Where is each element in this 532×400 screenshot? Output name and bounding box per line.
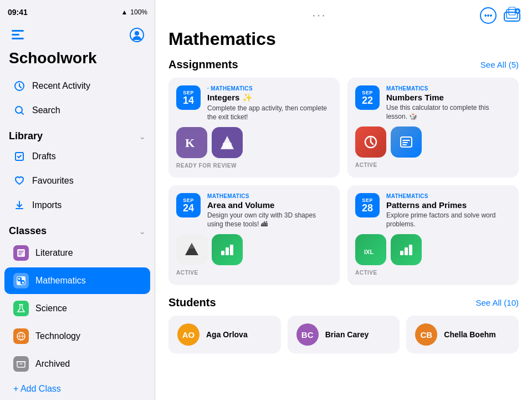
assignments-see-all-button[interactable]: See All (5) (480, 60, 519, 69)
library-chevron-icon[interactable]: ⌄ (139, 132, 146, 141)
search-label: Search (32, 105, 60, 115)
student-card-brian-carey[interactable]: BC Brian Carey (288, 316, 400, 353)
assignment-day: 14 (183, 95, 194, 105)
assignment-title: Numbers Time (386, 93, 511, 102)
library-label: Library (9, 130, 43, 142)
assignment-status: ACTIVE (355, 162, 511, 168)
assignment-title: Area and Volume (207, 200, 332, 210)
imports-icon (13, 199, 25, 211)
mathematics-class-icon (13, 273, 29, 288)
archived-class-icon (13, 356, 29, 372)
assignment-info: MATHEMATICS Patterns and Primes Explore … (386, 193, 511, 229)
svg-rect-25 (221, 251, 224, 255)
status-bar: 09:41 ▲ 100% (0, 0, 155, 20)
sidebar-item-mathematics[interactable]: Mathematics (4, 267, 150, 294)
students-section-header: Students See All (10) (155, 296, 532, 316)
imports-label: Imports (32, 200, 62, 210)
add-class-label: + Add Class (13, 384, 61, 394)
app-icon-2 (391, 234, 422, 265)
sidebar-toggle-button[interactable] (9, 26, 27, 44)
students-grid: AO Aga Orlova BC Brian Carey CB Chella B… (168, 316, 519, 353)
student-name: Chella Boehm (444, 330, 495, 339)
assignment-card-integers[interactable]: SEP 14 · MATHEMATICS Integers ✨ Complete… (168, 78, 340, 178)
student-name: Brian Carey (325, 330, 369, 339)
assignment-card-patterns-primes[interactable]: SEP 28 MATHEMATICS Patterns and Primes E… (347, 185, 519, 285)
students-label: Students (168, 296, 216, 309)
drafts-icon (13, 150, 25, 163)
wifi-icon: ▲ (121, 8, 127, 16)
avatar-initials: BC (301, 330, 314, 340)
assignment-card-area-volume[interactable]: SEP 24 MATHEMATICS Area and Volume Desig… (168, 185, 340, 285)
search-icon (13, 104, 25, 117)
mathematics-label: Mathematics (35, 276, 86, 286)
students-see-all-button[interactable]: See All (10) (475, 298, 519, 307)
assignment-desc: Use this calculator to complete this les… (386, 104, 511, 121)
assignment-status: READY FOR REVIEW (176, 163, 332, 169)
sidebar-item-search[interactable]: Search (4, 99, 150, 122)
svg-rect-30 (405, 247, 408, 255)
recent-activity-icon (13, 80, 25, 92)
favourites-icon (13, 175, 25, 187)
technology-class-icon (13, 328, 29, 344)
app-icon-2 (391, 126, 422, 158)
student-name: Aga Orlova (206, 330, 248, 339)
sidebar-item-archived[interactable]: Archived (4, 351, 150, 377)
sidebar-item-science[interactable]: Science (4, 295, 150, 322)
sidebar-item-recent-activity[interactable]: Recent Activity (4, 74, 150, 98)
main-content: ● ● ● ••• Mathematics Assignments See Al… (155, 0, 532, 400)
svg-text:K: K (185, 136, 195, 150)
avatar-initials: CB (420, 330, 432, 340)
svg-rect-0 (12, 30, 24, 32)
sidebar: 09:41 ▲ 100% Schoolwork (0, 0, 155, 400)
date-badge: SEP 14 (176, 85, 201, 110)
date-badge: SEP 24 (176, 193, 201, 217)
avatar: CB (415, 323, 437, 346)
add-class-button[interactable]: + Add Class (4, 378, 150, 399)
assignment-subject: MATHEMATICS (386, 85, 511, 92)
main-top-bar: ● ● ● ••• (155, 0, 532, 24)
sidebar-item-imports[interactable]: Imports (4, 194, 150, 217)
classes-chevron-icon[interactable]: ⌄ (139, 227, 146, 236)
student-card-aga-orlova[interactable]: AO Aga Orlova (168, 316, 281, 353)
student-card-chella-boehm[interactable]: CB Chella Boehm (406, 316, 519, 353)
assignment-day: 22 (362, 95, 373, 105)
app-icon-2 (212, 234, 243, 265)
assignment-subject: MATHEMATICS (386, 193, 511, 199)
more-options-button[interactable]: ••• (480, 7, 497, 24)
app-icon-2 (212, 127, 243, 158)
assignment-info: MATHEMATICS Area and Volume Design your … (207, 193, 332, 229)
top-right-icons: ••• (480, 7, 521, 24)
date-badge: SEP 28 (355, 193, 380, 217)
assignment-info: MATHEMATICS Numbers Time Use this calcul… (386, 85, 511, 121)
assignment-subject: · MATHEMATICS (207, 85, 332, 92)
assignment-status: ACTIVE (355, 270, 511, 276)
recent-activity-label: Recent Activity (32, 81, 90, 91)
app-icon-1 (176, 234, 207, 265)
sidebar-item-literature[interactable]: Literature (4, 240, 150, 266)
assignment-card-numbers-time[interactable]: SEP 22 MATHEMATICS Numbers Time Use this… (347, 78, 519, 178)
app-icon-1: K (176, 127, 207, 158)
card-top: SEP 14 · MATHEMATICS Integers ✨ Complete… (176, 85, 332, 121)
archived-label: Archived (35, 359, 70, 369)
battery-icon: 100% (130, 8, 147, 16)
assignment-title: Patterns and Primes (386, 200, 511, 210)
app-icon-1 (355, 126, 386, 158)
assignment-app-icons: IXL (355, 234, 511, 265)
sidebar-item-technology[interactable]: Technology (4, 323, 150, 350)
stack-view-button[interactable] (503, 7, 521, 24)
assignment-day: 28 (362, 203, 373, 213)
sidebar-item-drafts[interactable]: Drafts (4, 145, 150, 168)
literature-class-icon (13, 245, 29, 261)
library-section-header: Library ⌄ (0, 123, 155, 144)
svg-marker-24 (188, 243, 195, 249)
science-label: Science (35, 303, 67, 313)
app-title: Schoolwork (0, 47, 155, 74)
assignment-app-icons (176, 234, 332, 265)
card-top: SEP 22 MATHEMATICS Numbers Time Use this… (355, 85, 511, 121)
svg-rect-16 (509, 7, 515, 15)
profile-button[interactable] (128, 26, 146, 44)
avatar: AO (177, 323, 200, 346)
sidebar-item-favourites[interactable]: Favourites (4, 169, 150, 193)
card-top: SEP 24 MATHEMATICS Area and Volume Desig… (176, 193, 332, 229)
date-badge: SEP 22 (355, 85, 380, 110)
